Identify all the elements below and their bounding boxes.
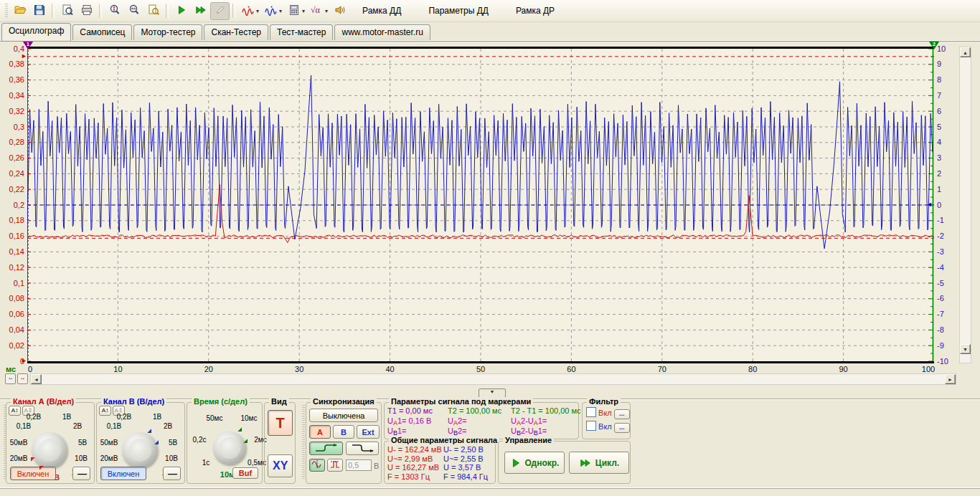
print-preview-icon — [61, 4, 74, 19]
speaker-button[interactable] — [330, 2, 349, 20]
view-title: Вид — [269, 397, 289, 406]
general-param-b-line: F = 984,4 Гц — [443, 472, 488, 482]
sync-rising-edge-button[interactable] — [309, 442, 343, 455]
channel-a-zero-arrow[interactable]: ► — [21, 358, 27, 364]
zoom-horizontal-button[interactable] — [124, 2, 143, 20]
calculator-button[interactable] — [284, 2, 303, 20]
cycle-run-button[interactable]: Цикл. — [569, 452, 629, 474]
tab-скан-тестер[interactable]: Скан-Тестер — [204, 24, 268, 40]
calculator-icon — [288, 4, 301, 19]
channel-a-invert-button[interactable]: — — [72, 467, 90, 480]
x-tick-label: 20 — [204, 365, 213, 373]
knob-dial[interactable] — [122, 432, 158, 468]
sync-source-а-button[interactable]: А — [309, 425, 331, 439]
general-param-a-line: U- = 162,24 мВ — [387, 445, 442, 454]
sync-mode-wave-button[interactable] — [309, 459, 325, 472]
marker-b-button[interactable]: .. — [5, 373, 16, 384]
trigger-level-arrow[interactable]: ► — [21, 53, 27, 59]
tab-мотор-тестер[interactable]: Мотор-тестер — [133, 24, 202, 40]
control-group: Управление Однокр.Цикл. — [498, 441, 631, 484]
view-xy-button[interactable]: XY — [268, 454, 293, 477]
zoom-page-button[interactable] — [143, 2, 163, 20]
time-group: Время (с/дел) 50мс0,2с1с10мс2мс0,5мс10мс… — [187, 402, 263, 484]
channel-b-power-button[interactable]: Включен — [100, 467, 146, 480]
marker-a-button[interactable]: .. — [17, 373, 28, 384]
menu-item-2[interactable]: Параметры ДД — [427, 4, 490, 17]
y-right-tick-label: -1 — [937, 216, 956, 224]
sync-level-input[interactable] — [346, 459, 372, 471]
wave-red-button[interactable] — [238, 2, 258, 20]
zoom-horizontal-icon — [128, 4, 141, 19]
tab-bar: ОсциллографСамописецМотор-тестерСкан-Тес… — [0, 22, 980, 41]
tab-тест-мастер[interactable]: Тест-мастер — [270, 24, 333, 40]
scroll-left-button[interactable]: ◄ — [31, 374, 42, 384]
tab-осциллограф[interactable]: Осциллограф — [1, 23, 71, 41]
rising-edge-icon — [314, 444, 339, 452]
sync-falling-edge-button[interactable] — [346, 442, 379, 455]
filter-label: Вкл — [596, 422, 614, 431]
dropdown-arrow-icon[interactable]: ▾ — [325, 8, 328, 14]
y-left-tick-label: 0,22 — [0, 186, 24, 194]
y-right-tick-label: 0 — [937, 201, 956, 209]
play-icon — [510, 457, 522, 469]
tab-самописец[interactable]: Самописец — [72, 24, 132, 40]
channel-b-zero-marker[interactable]: ◄ — [926, 201, 933, 208]
knob-dial[interactable] — [213, 431, 246, 464]
filter-checkbox[interactable] — [586, 407, 596, 417]
y-left-tick-label: 0,08 — [0, 295, 24, 302]
knob-label: 0,2В — [27, 413, 42, 421]
knob-dial[interactable] — [32, 432, 67, 468]
play-fast-button[interactable] — [191, 2, 210, 20]
y-right-tick-label: -8 — [937, 326, 956, 334]
oscilloscope-plot[interactable] — [27, 47, 934, 363]
dropdown-arrow-icon[interactable]: ▾ — [279, 8, 282, 14]
channel-a-title: Канал А (В/дел) — [11, 397, 76, 406]
play-button[interactable] — [171, 2, 191, 20]
filter-checkbox[interactable] — [586, 421, 596, 431]
sync-source-ext-button[interactable]: Ext — [357, 425, 380, 439]
wave-blue-button[interactable] — [261, 2, 281, 20]
horizontal-scrollbar[interactable]: ◄ ► — [30, 373, 956, 385]
y-left-tick-label: 0,04 — [0, 326, 24, 334]
save-button[interactable] — [29, 2, 49, 20]
y-left-tick-label: 0,38 — [0, 60, 24, 68]
knob-label: 20мВ — [10, 454, 28, 462]
control-panel: Канал А (В/дел) А↕ А⇕ 0,2В0,1В50мВ20мВ10… — [0, 399, 980, 487]
sync-off-button[interactable]: Выключена — [309, 409, 378, 422]
sync-source-в-button[interactable]: В — [333, 425, 354, 439]
vertical-scrollbar[interactable]: ▲ ▼ — [959, 47, 971, 363]
y-left-tick-label: 0,24 — [0, 170, 24, 178]
dropdown-arrow-icon[interactable]: ▾ — [256, 8, 259, 14]
view-t-button[interactable]: Т — [268, 410, 293, 436]
y-left-tick-label: 0,1 — [0, 280, 24, 287]
knob-label: 1с — [202, 459, 210, 467]
scroll-up-button[interactable]: ▲ — [960, 47, 971, 57]
filter-settings-button[interactable]: ... — [614, 423, 630, 433]
y-right-tick-label: -3 — [937, 248, 956, 256]
menu-item-3[interactable]: Рамка ДР — [514, 4, 556, 17]
x-tick-label: 10 — [113, 365, 122, 373]
scroll-right-button[interactable]: ► — [945, 374, 956, 384]
zoom-vertical-button[interactable] — [105, 2, 124, 20]
scroll-down-button[interactable]: ▼ — [960, 344, 971, 354]
channel-a-power-button[interactable]: Включен — [10, 467, 56, 480]
tab-www.motor-master.ru[interactable]: www.motor-master.ru — [334, 24, 430, 40]
print-preview-button[interactable] — [57, 2, 77, 20]
y-right-tick-label: 1 — [937, 186, 956, 194]
marker-u-value: UА1= 0,16 В — [387, 416, 431, 426]
printer-icon — [80, 4, 93, 19]
sync-mode-pulse-button[interactable] — [327, 459, 343, 472]
single-run-button[interactable]: Однокр. — [504, 452, 565, 474]
x-tick-label: 70 — [658, 365, 666, 373]
dropdown-arrow-icon[interactable]: ▾ — [302, 8, 305, 14]
folder-open-button[interactable] — [10, 2, 29, 20]
menu-item-1[interactable]: Рамка ДД — [361, 4, 402, 17]
printer-button[interactable] — [77, 2, 96, 20]
general-params-group: Общие параметры сигнала U- = 162,24 мВU~… — [384, 441, 496, 484]
y-left-tick-label: 0,36 — [0, 76, 24, 84]
sqrt-button[interactable]: √α — [307, 2, 326, 20]
channel-b-invert-button[interactable]: — — [163, 467, 181, 480]
time-title: Время (с/дел) — [192, 397, 250, 406]
filter-settings-button[interactable]: ... — [614, 409, 630, 419]
buffer-button[interactable]: Buf — [232, 467, 258, 479]
